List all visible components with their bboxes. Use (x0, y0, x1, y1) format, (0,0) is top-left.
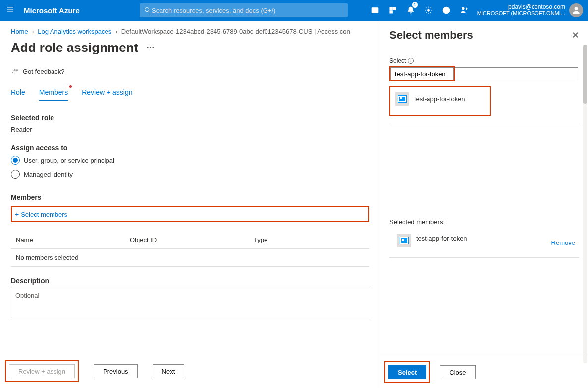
notifications-icon[interactable]: 1 (402, 0, 420, 21)
menu-button[interactable] (0, 5, 21, 16)
info-icon[interactable]: i (408, 58, 414, 64)
avatar[interactable] (569, 3, 583, 17)
tab-role[interactable]: Role (11, 84, 25, 101)
col-type: Type (254, 236, 369, 243)
select-button[interactable]: Select (388, 365, 426, 379)
global-search-input[interactable] (152, 7, 344, 14)
selected-member-name: test-app-for-token (416, 235, 551, 242)
page-title: Add role assignment ··· (11, 40, 369, 55)
panel-close-button[interactable]: ✕ (572, 30, 579, 41)
search-result-item[interactable]: test-app-for-token (395, 92, 465, 106)
selected-member-row: test-app-for-token Remove (389, 232, 579, 249)
radio-user-group-sp[interactable]: User, group, or service principal (11, 156, 369, 165)
selected-role-label: Selected role (11, 114, 369, 122)
app-icon (397, 234, 411, 247)
brand-label: Microsoft Azure (21, 6, 140, 15)
svg-point-2 (428, 9, 430, 12)
panel-title: Select members (389, 29, 473, 42)
col-name: Name (11, 236, 130, 243)
svg-point-6 (13, 69, 15, 71)
search-icon (144, 6, 152, 14)
account-info[interactable]: pdavis@contoso.com MICROSOFT (MICROSOFT.… (473, 2, 569, 19)
table-header: Name Object ID Type (11, 231, 369, 249)
breadcrumb-home[interactable]: Home (11, 28, 28, 35)
member-search-input-ext[interactable] (455, 67, 578, 80)
account-email: pdavis@contoso.com (477, 4, 565, 10)
feedback-link[interactable]: Got feedback? (11, 67, 369, 75)
members-table: Name Object ID Type No members selected (11, 231, 369, 267)
radio-managed-identity[interactable]: Managed identity (11, 170, 369, 179)
remove-member-link[interactable]: Remove (551, 239, 575, 246)
breadcrumb: Home › Log Analytics workspaces › Defaul… (11, 28, 369, 35)
svg-rect-1 (372, 8, 378, 13)
svg-point-5 (575, 7, 578, 10)
select-members-link[interactable]: + Select members (15, 210, 67, 218)
assign-access-radio-group: User, group, or service principal Manage… (11, 156, 369, 184)
help-icon[interactable] (437, 0, 455, 21)
select-members-panel: Select members ✕ Select i test-app-for-t… (380, 21, 588, 388)
feedback-icon[interactable] (455, 0, 473, 21)
notifications-badge: 1 (412, 2, 418, 8)
panel-footer: Select Close (380, 356, 588, 388)
svg-point-0 (145, 8, 149, 12)
settings-icon[interactable] (420, 0, 437, 21)
svg-point-4 (462, 7, 464, 10)
main-footer: Review + assign Previous Next (0, 360, 380, 382)
assign-access-label: Assign access to (11, 144, 369, 152)
description-textarea[interactable] (11, 289, 369, 318)
panel-scrollbar-thumb[interactable] (583, 45, 587, 104)
directories-icon[interactable] (384, 0, 402, 21)
table-empty-row: No members selected (11, 249, 369, 267)
tab-review[interactable]: Review + assign (82, 84, 132, 101)
azure-topbar: Microsoft Azure 1 pdavis@contoso.com MIC… (0, 0, 588, 21)
members-label: Members (11, 194, 369, 201)
cloud-shell-icon[interactable] (366, 0, 384, 21)
selected-role-value: Reader (11, 126, 369, 133)
member-search-input[interactable] (390, 67, 454, 80)
previous-button[interactable]: Previous (94, 364, 138, 378)
select-field-label: Select i (389, 57, 579, 64)
breadcrumb-trail: DefaultWorkspace-1234abcd-2345-6789-0abc… (121, 28, 350, 35)
main-content: Home › Log Analytics workspaces › Defaul… (0, 21, 380, 388)
col-object-id: Object ID (130, 236, 254, 243)
close-button[interactable]: Close (440, 365, 475, 379)
panel-scrollbar[interactable] (583, 45, 587, 363)
breadcrumb-workspaces[interactable]: Log Analytics workspaces (38, 28, 111, 35)
description-label: Description (11, 277, 369, 285)
account-org: MICROSOFT (MICROSOFT.ONMI... (477, 10, 565, 17)
tabs: Role Members Review + assign (11, 84, 369, 101)
plus-icon: + (15, 210, 19, 218)
tab-members-indicator (69, 85, 72, 88)
page-title-more[interactable]: ··· (146, 42, 155, 53)
selected-members-label: Selected members: (389, 218, 579, 226)
select-members-highlight: + Select members (11, 206, 369, 222)
app-icon (395, 92, 409, 106)
tab-members[interactable]: Members (39, 84, 68, 101)
review-btn-highlight: Review + assign (5, 360, 79, 382)
global-search[interactable] (140, 3, 348, 17)
select-btn-highlight: Select (384, 361, 430, 383)
next-button[interactable]: Next (153, 364, 185, 378)
review-assign-button[interactable]: Review + assign (9, 364, 75, 378)
search-result-highlight: test-app-for-token (389, 86, 491, 116)
